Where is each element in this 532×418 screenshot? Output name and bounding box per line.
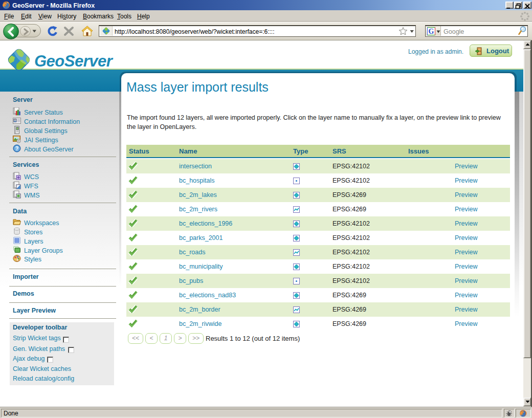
svg-text:?: ?	[15, 146, 18, 151]
